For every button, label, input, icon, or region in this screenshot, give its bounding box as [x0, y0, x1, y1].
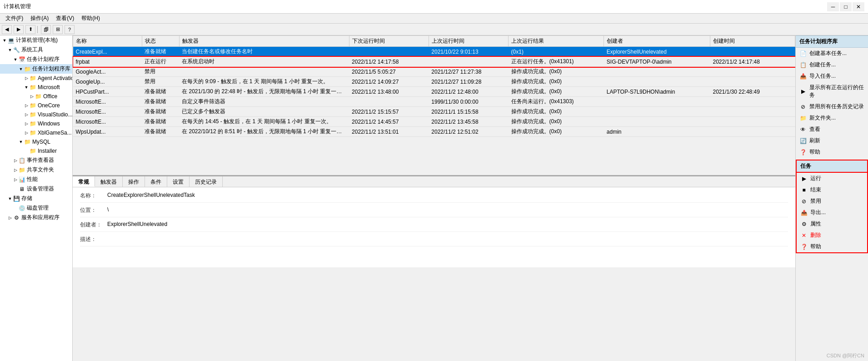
tab-history[interactable]: 历史记录	[190, 176, 223, 187]
tree-item-office[interactable]: ▷ 📁 Office	[0, 92, 72, 101]
col-last-result[interactable]: 上次运行结果	[509, 36, 604, 47]
tab-settings[interactable]: 设置	[167, 176, 190, 187]
maximize-button[interactable]: □	[840, 2, 852, 11]
cell-5: 操作成功完成。(0x0)	[509, 87, 604, 97]
menu-help[interactable]: 帮助(H)	[78, 14, 104, 23]
tree-toggle: ▼	[18, 139, 24, 145]
cell-4: 2022/11/2 12:51:02	[429, 127, 508, 137]
action-item[interactable]: 📁新文件夹...	[796, 112, 868, 124]
tree-item-mysql[interactable]: ▼ 📁 MySQL	[0, 137, 72, 146]
action-item[interactable]: ✕删除	[797, 230, 867, 241]
window-controls: ─ □ ✕	[827, 2, 864, 11]
action-item[interactable]: 📥导入任务...	[796, 70, 868, 82]
forward-button[interactable]: ▶	[14, 25, 24, 34]
action-label: 结束	[810, 186, 821, 194]
minimize-button[interactable]: ─	[827, 2, 839, 11]
tree-item-windows[interactable]: ▷ 📁 Windows	[0, 119, 72, 128]
tree-item-visualstudio[interactable]: ▷ 📁 VisualStudio...	[0, 110, 72, 119]
action-item[interactable]: ⊘禁用	[797, 196, 867, 207]
tree-toggle: ▷	[29, 94, 35, 99]
action-item[interactable]: ⚙属性	[797, 218, 867, 230]
action-icon: ■	[800, 186, 808, 194]
col-trigger[interactable]: 触发器	[179, 36, 349, 47]
tree-item-installer[interactable]: 📁 Installer	[0, 146, 72, 155]
tree-item-microsoft[interactable]: ▼ 📁 Microsoft	[0, 83, 72, 92]
action-item[interactable]: 📤导出...	[797, 207, 867, 218]
col-creator[interactable]: 创建者	[604, 36, 710, 47]
action-item[interactable]: 🔄刷新	[796, 135, 868, 146]
action-item[interactable]: 📄创建基本任务...	[796, 48, 868, 59]
tree-label: Agent Activatio...	[38, 75, 73, 81]
tree-item-task-library[interactable]: ▼ 📁 任务计划程序库	[0, 64, 72, 74]
actions-section1: 📄创建基本任务...📋创建任务...📥导入任务...▶显示所有正在运行的任务⊘禁…	[796, 48, 868, 158]
tree-label: Office	[43, 93, 57, 100]
menu-action[interactable]: 操作(A)	[27, 14, 52, 23]
cell-2: 自定义事件筛选器	[179, 97, 349, 107]
tree-label: 任务计划程序	[27, 55, 60, 63]
tab-general[interactable]: 常规	[73, 176, 95, 187]
cell-5: 操作成功完成。(0x0)	[509, 107, 604, 117]
cell-2: 在系统启动时	[179, 57, 349, 67]
action-item[interactable]: ▶显示所有正在运行的任务	[796, 82, 868, 101]
tree-item-device-manager[interactable]: 🖥 设备管理器	[0, 184, 72, 194]
tree-toggle	[13, 206, 18, 211]
cell-7	[710, 107, 795, 117]
action-item[interactable]: 👁查看	[796, 124, 868, 135]
tree-item-storage[interactable]: ▼ 💾 存储	[0, 194, 72, 203]
tree-item-root[interactable]: ▼ 💻 计算机管理(本地)	[0, 35, 72, 45]
show-hide-button[interactable]: 🗐	[41, 25, 51, 34]
cell-7	[710, 47, 795, 57]
tree-item-xblgamesa[interactable]: ▷ 📁 XblGameSa...	[0, 128, 72, 137]
tree-item-onecore[interactable]: ▷ 📁 OneCore	[0, 101, 72, 110]
col-created[interactable]: 创建时间	[710, 36, 795, 47]
action-item[interactable]: ⊘禁用所有任务历史记录	[796, 101, 868, 112]
menu-view[interactable]: 查看(V)	[52, 14, 78, 23]
cell-6	[604, 97, 710, 107]
tree-item-shared-folders[interactable]: ▷ 📁 共享文件夹	[0, 165, 72, 175]
cell-3	[349, 97, 429, 107]
tab-conditions[interactable]: 条件	[145, 176, 167, 187]
table-row[interactable]: CreateExpl...准备就绪当创建任务名或修改任务名时2021/10/22…	[73, 47, 795, 57]
table-row[interactable]: frpbat正在运行在系统启动时2022/11/2 14:17:58正在运行任务…	[73, 57, 795, 67]
table-row[interactable]: GoogleUp...禁用在每天的 9:09 - 触发后，在 1 天 期间每隔 …	[73, 77, 795, 87]
action-icon: ⊘	[799, 103, 807, 110]
cell-4: 2022/11/1 15:15:58	[429, 107, 508, 117]
action-item[interactable]: ❓帮助	[797, 241, 867, 252]
tree-item-event-viewer[interactable]: ▷ 📋 事件查看器	[0, 155, 72, 165]
tree-item-services[interactable]: ▷ ⚙ 服务和应用程序	[0, 213, 72, 222]
action-item[interactable]: ❓帮助	[796, 146, 868, 158]
col-last-run[interactable]: 上次运行时间	[429, 36, 508, 47]
table-row[interactable]: HPCustPart...准备就绪在 2021/1/30 的 22:48 时 -…	[73, 87, 795, 97]
table-row[interactable]: MicrosoftE...准备就绪已定义多个触发器2022/11/2 15:15…	[73, 107, 795, 117]
cell-0: HPCustPart...	[73, 87, 142, 97]
table-row[interactable]: WpsUpdat...准备就绪在 2022/10/12 的 8:51 时 - 触…	[73, 127, 795, 137]
action-item[interactable]: 📋创建任务...	[796, 59, 868, 70]
help-toolbar-button[interactable]: ?	[65, 25, 75, 34]
menu-file[interactable]: 文件(F)	[2, 14, 27, 23]
tab-actions[interactable]: 操作	[123, 176, 145, 187]
up-button[interactable]: ⬆	[25, 25, 35, 34]
action-label: 禁用所有任务历史记录	[809, 103, 864, 110]
tree-item-disk-manager[interactable]: 💿 磁盘管理	[0, 203, 72, 213]
table-row[interactable]: MicrosoftE...准备就绪在每天的 14:45 - 触发后，在 1 天 …	[73, 117, 795, 127]
col-next-run[interactable]: 下次运行时间	[349, 36, 429, 47]
actions-section2-header: 任务	[796, 160, 868, 173]
close-button[interactable]: ✕	[853, 2, 864, 11]
tab-triggers[interactable]: 触发器	[95, 176, 123, 187]
properties-button[interactable]: ⊞	[53, 25, 63, 34]
action-label: 刷新	[809, 137, 820, 145]
tree-item-system-tools[interactable]: ▼ 🔧 系统工具	[0, 45, 72, 55]
table-row[interactable]: GoogleAct...禁用2022/11/5 5:05:272021/12/2…	[73, 67, 795, 77]
tree-item-performance[interactable]: ▷ 📊 性能	[0, 175, 72, 184]
cell-4: 2021/12/27 11:09:28	[429, 77, 508, 87]
col-status[interactable]: 状态	[142, 36, 179, 47]
action-item[interactable]: ▶运行	[797, 173, 867, 184]
tree-item-task-scheduler[interactable]: ▼ 📅 任务计划程序	[0, 55, 72, 64]
col-name[interactable]: 名称	[73, 36, 142, 47]
cell-0: GoogleUp...	[73, 77, 142, 87]
back-button[interactable]: ◀	[2, 25, 12, 34]
action-item[interactable]: ■结束	[797, 184, 867, 196]
tree-item-agent[interactable]: ▷ 📁 Agent Activatio...	[0, 74, 72, 83]
table-row[interactable]: MicrosoftE...准备就绪自定义事件筛选器1999/11/30 0:00…	[73, 97, 795, 107]
cell-6: LAPTOP-S7L9DHON\admin	[604, 87, 710, 97]
